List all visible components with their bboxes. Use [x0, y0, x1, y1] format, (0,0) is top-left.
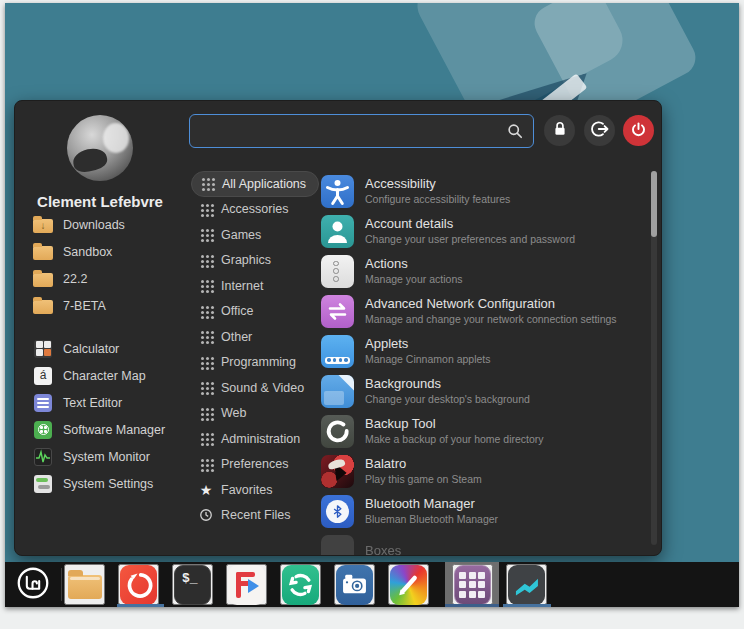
- file-manager-icon: [66, 565, 103, 605]
- accessibility-icon: [321, 175, 354, 208]
- sidebar-item-character-map[interactable]: á Character Map: [15, 362, 185, 389]
- system-monitor-icon: [33, 447, 53, 467]
- app-backup-tool[interactable]: Backup ToolMake a backup of your home di…: [321, 411, 645, 451]
- grid-icon: [199, 279, 213, 293]
- sidebar-item-system-monitor[interactable]: System Monitor: [15, 443, 185, 470]
- sidebar-item-calculator[interactable]: Calculator: [15, 335, 185, 362]
- logout-icon: [590, 119, 610, 142]
- search-row: [185, 113, 662, 149]
- text-editor-icon: [33, 393, 53, 413]
- category-recent-files[interactable]: Recent Files: [191, 503, 319, 529]
- app-account-details[interactable]: Account detailsChange your user preferen…: [321, 211, 645, 251]
- sync-arrows-icon: [282, 565, 319, 605]
- place-sandbox[interactable]: Sandbox: [15, 238, 185, 265]
- sidebar-item-software-manager[interactable]: Software Manager: [15, 416, 185, 443]
- taskbar-sync-app[interactable]: [280, 564, 321, 605]
- grid-icon: [199, 253, 213, 267]
- app-applets[interactable]: AppletsManage Cinnamon applets: [321, 331, 645, 371]
- logout-button[interactable]: [584, 115, 615, 146]
- taskbar: $_: [5, 562, 739, 607]
- taskbar-firefox[interactable]: [118, 564, 159, 605]
- power-icon: [629, 120, 648, 142]
- scrollbar-thumb[interactable]: [651, 171, 657, 237]
- taskbar-file-manager[interactable]: [64, 564, 105, 605]
- app-accessibility[interactable]: AccessibilityConfigure accessibility fea…: [321, 171, 645, 211]
- taskbar-separator: [61, 568, 62, 601]
- bluetooth-icon: [321, 495, 354, 528]
- folder-icon: [33, 296, 53, 316]
- webapp-running-indicator: [445, 604, 499, 607]
- category-preferences[interactable]: Preferences: [191, 452, 319, 478]
- taskbar-f-browser[interactable]: [226, 564, 267, 605]
- grid-icon: [199, 381, 213, 395]
- category-administration[interactable]: Administration: [191, 426, 319, 452]
- folder-icon: [33, 269, 53, 289]
- sidebar-item-system-settings[interactable]: System Settings: [15, 470, 185, 497]
- category-other[interactable]: Other: [191, 324, 319, 350]
- user-avatar[interactable]: [67, 115, 133, 181]
- backgrounds-icon: [321, 375, 354, 408]
- taskbar-drawing[interactable]: [388, 564, 429, 605]
- category-all-applications[interactable]: All Applications: [191, 171, 319, 197]
- user-name: Clement Lefebvre: [15, 193, 185, 210]
- category-games[interactable]: Games: [191, 222, 319, 248]
- desktop[interactable]: Clement Lefebvre Downloads Sandbox 22.2: [5, 3, 739, 562]
- sidebar-item-text-editor[interactable]: Text Editor: [15, 389, 185, 416]
- category-office[interactable]: Office: [191, 299, 319, 325]
- linux-mint-logo-icon: [14, 564, 52, 605]
- grid-icon: [199, 330, 213, 344]
- place-22-2[interactable]: 22.2: [15, 265, 185, 292]
- app-bluetooth-manager[interactable]: Bluetooth ManagerBlueman Bluetooth Manag…: [321, 491, 645, 531]
- cinnamon-main-menu: Clement Lefebvre Downloads Sandbox 22.2: [14, 100, 662, 556]
- grid-icon: [199, 202, 213, 216]
- grid-icon: [199, 406, 213, 420]
- app-advanced-network-configuration[interactable]: Advanced Network ConfigurationManage and…: [321, 291, 645, 331]
- app-balatro[interactable]: BalatroPlay this game on Steam: [321, 451, 645, 491]
- actions-icon: [321, 255, 354, 288]
- grid-icon: [200, 177, 214, 191]
- lock-icon: [550, 119, 570, 142]
- menu-right-region: All Applications Accessories Games Graph…: [185, 101, 662, 555]
- app-backgrounds[interactable]: BackgroundsChange your desktop's backgro…: [321, 371, 645, 411]
- taskbar-screenshot[interactable]: [334, 564, 375, 605]
- star-icon: ★: [199, 483, 213, 497]
- app-list-scrollbar[interactable]: [651, 171, 657, 545]
- app-actions[interactable]: ActionsManage your actions: [321, 251, 645, 291]
- category-favorites[interactable]: ★Favorites: [191, 477, 319, 503]
- recent-clock-icon: [199, 508, 213, 522]
- grid-icon: [199, 228, 213, 242]
- teal-arrow-app-icon: [508, 565, 545, 605]
- screen: Clement Lefebvre Downloads Sandbox 22.2: [5, 3, 739, 607]
- category-list: All Applications Accessories Games Graph…: [191, 171, 319, 528]
- taskbar-terminal[interactable]: $_: [172, 564, 213, 605]
- category-sound-video[interactable]: Sound & Video: [191, 375, 319, 401]
- category-web[interactable]: Web: [191, 401, 319, 427]
- firefox-icon: [120, 565, 157, 605]
- lock-screen-button[interactable]: [544, 115, 575, 146]
- folder-icon: [33, 242, 53, 262]
- app-grid-icon: [454, 565, 491, 605]
- place-downloads[interactable]: Downloads: [15, 211, 185, 238]
- grid-icon: [199, 432, 213, 446]
- mint-menu-button[interactable]: [12, 564, 53, 605]
- system-settings-icon: [33, 474, 53, 494]
- category-graphics[interactable]: Graphics: [191, 248, 319, 274]
- taskbar-webapp-grid[interactable]: [452, 564, 493, 605]
- software-manager-icon: [33, 420, 53, 440]
- camera-icon: [336, 565, 373, 605]
- place-7-beta[interactable]: 7-BETA: [15, 292, 185, 319]
- f-logo-app-icon: [228, 565, 265, 605]
- app-boxes[interactable]: Boxes: [321, 531, 645, 556]
- search-input[interactable]: [189, 114, 534, 148]
- balatro-icon: [321, 455, 354, 488]
- backup-tool-icon: [321, 415, 354, 448]
- grid-icon: [199, 457, 213, 471]
- category-accessories[interactable]: Accessories: [191, 197, 319, 223]
- taskbar-warp-app[interactable]: [506, 564, 547, 605]
- downloads-folder-icon: [33, 215, 53, 235]
- category-internet[interactable]: Internet: [191, 273, 319, 299]
- category-programming[interactable]: Programming: [191, 350, 319, 376]
- applets-icon: [321, 335, 354, 368]
- power-button[interactable]: [623, 115, 654, 146]
- grid-icon: [199, 355, 213, 369]
